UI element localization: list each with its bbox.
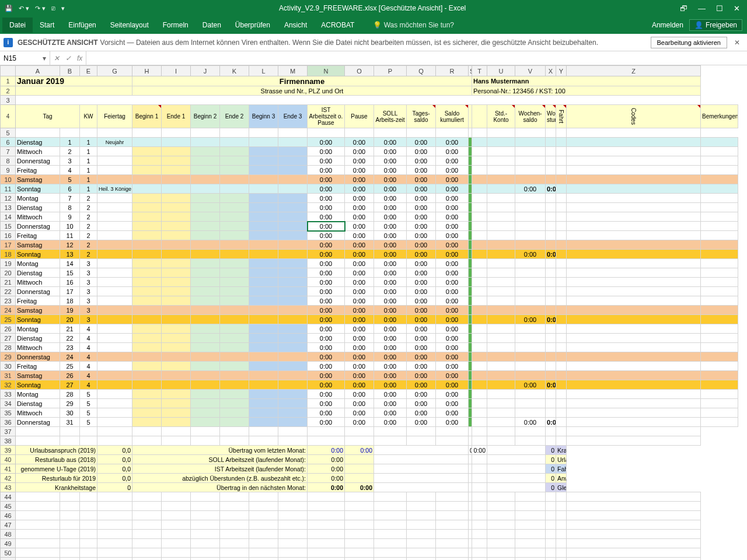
col-header[interactable]: Q (407, 66, 436, 76)
row-header[interactable]: 33 (1, 390, 16, 399)
anmelden-link[interactable]: Anmelden (652, 21, 683, 29)
touch-icon[interactable]: ⎚ (51, 5, 55, 12)
col-header[interactable]: Y (556, 66, 567, 76)
fx-icon[interactable]: fx (77, 54, 82, 62)
row-header[interactable]: 20 (1, 268, 16, 278)
row-header[interactable]: 13 (1, 203, 16, 212)
row-header[interactable]: 28 (1, 343, 16, 352)
tab-start[interactable]: Start (33, 18, 61, 33)
col-header[interactable]: X (546, 66, 556, 76)
row-header[interactable]: 4 (1, 105, 16, 128)
tab-ueberpruefen[interactable]: Überprüfen (228, 18, 277, 33)
enter-icon[interactable]: ✓ (65, 54, 71, 62)
worksheet[interactable]: ABEGHIJKLMNOPQRSTUVXYZ 1Januar 2019Firme… (0, 65, 747, 560)
row-header[interactable]: 9 (1, 166, 16, 175)
tab-daten[interactable]: Daten (196, 18, 228, 33)
row-header[interactable]: 12 (1, 194, 16, 203)
row-header[interactable]: 25 (1, 315, 16, 324)
col-header[interactable]: P (374, 66, 407, 76)
col-header[interactable]: V (515, 66, 546, 76)
tab-einfuegen[interactable]: Einfügen (61, 18, 103, 33)
tab-ansicht[interactable]: Ansicht (277, 18, 314, 33)
row-header[interactable]: 18 (1, 250, 16, 259)
protected-close-icon[interactable]: ✕ (731, 38, 743, 47)
row-header[interactable]: 16 (1, 231, 16, 240)
row-header[interactable]: 41 (1, 464, 16, 474)
col-header[interactable]: M (278, 66, 308, 76)
col-header[interactable]: Z (567, 66, 701, 76)
maximize-icon[interactable]: ☐ (716, 4, 723, 13)
col-header[interactable]: N (308, 66, 345, 76)
row-header[interactable]: 21 (1, 278, 16, 287)
row-header[interactable]: 11 (1, 184, 16, 194)
col-header[interactable]: B (60, 66, 80, 76)
row-header[interactable]: 40 (1, 455, 16, 464)
row-header[interactable]: 46 (1, 511, 16, 520)
row-header[interactable]: 47 (1, 520, 16, 530)
col-header[interactable]: H (132, 66, 162, 76)
row-header[interactable]: 38 (1, 436, 16, 446)
row-header[interactable]: 29 (1, 352, 16, 362)
redo-icon[interactable]: ↷ ▾ (35, 5, 46, 12)
row-header[interactable]: 49 (1, 539, 16, 548)
row-header[interactable]: 22 (1, 287, 16, 296)
row-header[interactable]: 23 (1, 296, 16, 306)
row-header[interactable]: 34 (1, 399, 16, 408)
row-header[interactable]: 7 (1, 147, 16, 156)
qat-more-icon[interactable]: ▾ (61, 5, 65, 12)
tab-formeln[interactable]: Formeln (156, 18, 196, 33)
row-header[interactable]: 5 (1, 128, 16, 138)
col-header[interactable]: T (472, 66, 487, 76)
save-icon[interactable]: 💾 (5, 5, 13, 12)
row-header[interactable]: 6 (1, 138, 16, 147)
row-header[interactable]: 19 (1, 259, 16, 268)
row-header[interactable]: 44 (1, 492, 16, 502)
freigeben-button[interactable]: 👤 Freigeben (689, 19, 742, 31)
close-icon[interactable]: ✕ (734, 4, 740, 13)
col-header[interactable]: J (191, 66, 220, 76)
row-header[interactable]: 48 (1, 530, 16, 539)
row-header[interactable]: 42 (1, 474, 16, 483)
row-header[interactable]: 37 (1, 427, 16, 436)
col-header[interactable]: G (97, 66, 132, 76)
row-header[interactable]: 27 (1, 334, 16, 343)
row-header[interactable]: 51 (1, 558, 16, 561)
row-header[interactable]: 15 (1, 222, 16, 231)
row-header[interactable]: 45 (1, 502, 16, 511)
minimize-icon[interactable]: — (698, 4, 706, 13)
enable-editing-button[interactable]: Bearbeitung aktivieren (651, 37, 727, 48)
col-header[interactable]: I (162, 66, 191, 76)
row-header[interactable]: 3 (1, 96, 16, 105)
row-header[interactable]: 36 (1, 418, 16, 427)
tab-acrobat[interactable]: ACROBAT (314, 18, 361, 33)
row-header[interactable]: 39 (1, 446, 16, 455)
name-box[interactable]: N15▾ (0, 51, 50, 65)
tab-datei[interactable]: Datei (2, 18, 33, 33)
col-header[interactable]: E (80, 66, 97, 76)
cancel-icon[interactable]: ✕ (54, 54, 60, 62)
undo-icon[interactable]: ↶ ▾ (19, 5, 29, 12)
row-header[interactable]: 26 (1, 324, 16, 334)
tellme[interactable]: 💡 Was möchten Sie tun? (366, 18, 461, 33)
row-header[interactable]: 30 (1, 362, 16, 371)
row-header[interactable]: 17 (1, 240, 16, 250)
row-header[interactable]: 32 (1, 380, 16, 390)
row-header[interactable]: 31 (1, 371, 16, 380)
tab-seitenlayout[interactable]: Seitenlayout (103, 18, 156, 33)
formula-bar[interactable] (86, 51, 747, 65)
row-header[interactable]: 2 (1, 86, 16, 96)
col-header[interactable]: O (345, 66, 374, 76)
col-header[interactable]: A (16, 66, 60, 76)
row-header[interactable]: 43 (1, 483, 16, 492)
col-header[interactable] (1, 66, 16, 76)
row-header[interactable]: 1 (1, 76, 16, 86)
row-header[interactable]: 10 (1, 175, 16, 184)
col-header[interactable]: R (436, 66, 469, 76)
row-header[interactable]: 50 (1, 548, 16, 558)
col-header[interactable]: U (487, 66, 515, 76)
row-header[interactable]: 8 (1, 156, 16, 166)
row-header[interactable]: 24 (1, 306, 16, 315)
col-header[interactable]: L (249, 66, 278, 76)
row-header[interactable]: 35 (1, 408, 16, 418)
col-header[interactable]: K (220, 66, 249, 76)
